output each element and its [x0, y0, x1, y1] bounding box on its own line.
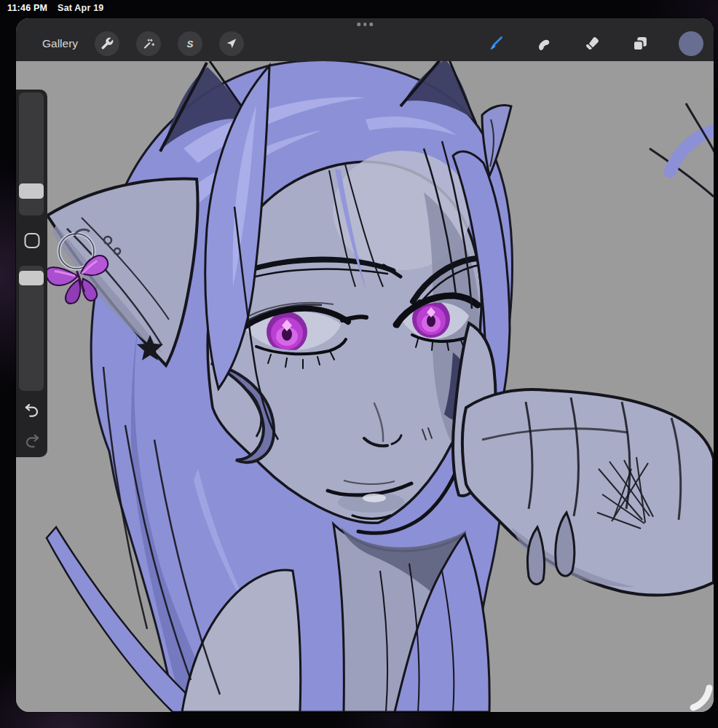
ellipsis-icon: [369, 23, 373, 26]
toolbar-left-group: Gallery S: [42, 31, 244, 56]
top-toolbar: Gallery S: [16, 18, 714, 61]
status-bar: 11:46 PMSat Apr 19: [7, 3, 103, 13]
window-drag-handle[interactable]: [357, 23, 373, 26]
status-time: 11:46 PM: [7, 3, 47, 13]
eraser-icon: [583, 34, 601, 53]
artwork-canvas[interactable]: [16, 61, 714, 712]
ellipsis-icon: [357, 23, 360, 26]
brush-icon: [486, 34, 505, 53]
erase-button[interactable]: [583, 34, 601, 53]
layers-icon: [631, 34, 650, 53]
transform-button[interactable]: [219, 31, 244, 56]
magic-wand-icon: [141, 36, 156, 51]
undo-button[interactable]: [23, 401, 42, 420]
canvas-area: [16, 61, 714, 712]
selection-s-icon: S: [183, 36, 197, 51]
actions-button[interactable]: [95, 31, 119, 56]
color-swatch[interactable]: [679, 31, 703, 56]
brush-size-handle[interactable]: [19, 183, 44, 199]
smudge-finger-icon: [534, 34, 553, 53]
sidebar: [16, 90, 47, 457]
status-date: Sat Apr 19: [58, 3, 103, 13]
modify-button[interactable]: [24, 233, 39, 248]
undo-arrow-icon: [25, 405, 36, 416]
gallery-button[interactable]: Gallery: [42, 37, 78, 50]
redo-arrow-icon: [26, 435, 37, 447]
transform-arrow-icon: [224, 36, 239, 51]
adjustments-button[interactable]: [136, 31, 161, 56]
smudge-button[interactable]: [534, 34, 553, 53]
svg-text:S: S: [187, 38, 194, 49]
selection-button[interactable]: S: [178, 31, 202, 56]
procreate-window: Gallery S: [16, 18, 714, 712]
redo-button[interactable]: [23, 432, 42, 451]
paint-button[interactable]: [486, 34, 505, 53]
layers-button[interactable]: [631, 34, 650, 53]
wrench-icon: [100, 36, 114, 51]
ellipsis-icon: [363, 23, 367, 26]
opacity-handle[interactable]: [19, 271, 44, 285]
toolbar-right-group: [486, 31, 703, 56]
